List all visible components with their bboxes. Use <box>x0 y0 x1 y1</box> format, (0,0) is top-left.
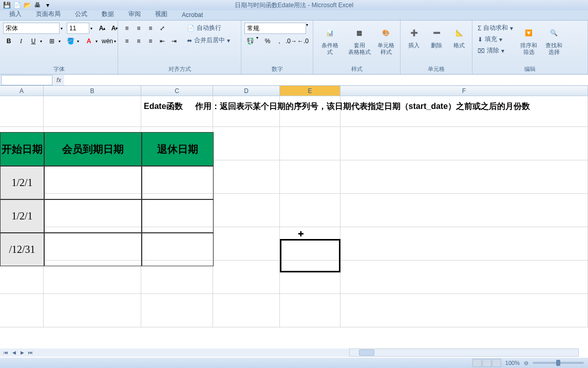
tab-acrobat[interactable]: Acrobat <box>177 10 208 20</box>
column-headers: A B C D E F <box>0 86 588 96</box>
comma-button[interactable]: , <box>274 35 285 47</box>
chevron-down-icon[interactable]: ▾ <box>61 26 66 31</box>
table-format-button[interactable]: ▦ 套用 表格格式 <box>346 23 373 58</box>
chevron-down-icon: ▾ <box>510 25 513 32</box>
zoom-level[interactable]: 100% <box>505 360 520 366</box>
worksheet-area[interactable]: A B C D E F <box>0 86 588 363</box>
col-header-d[interactable]: D <box>213 86 280 96</box>
increase-indent-icon[interactable]: ⇥ <box>168 35 180 47</box>
table-cell[interactable] <box>142 233 214 266</box>
cell-c1-text: Edate函数 作用：返回表示某个日期的序列号，该日期代表指定日期（start_… <box>144 101 530 112</box>
table-cell[interactable] <box>142 199 214 233</box>
group-label: 对齐方式 <box>118 65 241 73</box>
group-label: 编辑 <box>472 65 587 73</box>
col-header-b[interactable]: B <box>44 86 141 96</box>
table-cell[interactable] <box>44 199 142 233</box>
col-header-a[interactable]: A <box>0 86 44 96</box>
percent-button[interactable]: % <box>262 35 273 47</box>
prev-sheet-icon[interactable]: ◀ <box>10 349 17 356</box>
table-header-retire-date[interactable]: 退休日期 <box>142 132 214 166</box>
chevron-down-icon[interactable]: ▾ <box>40 39 45 44</box>
normal-view-button[interactable] <box>472 359 482 367</box>
font-size-select[interactable] <box>67 23 89 34</box>
name-box[interactable] <box>1 75 52 85</box>
decrease-decimal-icon[interactable]: ←.0 <box>297 35 309 47</box>
sort-filter-button[interactable]: 🔽 排序和 筛选 <box>517 23 540 58</box>
horizontal-scrollbar[interactable] <box>349 348 579 357</box>
fx-icon[interactable]: fx <box>53 77 64 84</box>
phonetic-button[interactable]: wén <box>102 35 113 47</box>
fill-button[interactable]: ⬇ 填充 ▾ <box>476 34 515 45</box>
scrollbar-thumb[interactable] <box>359 349 374 356</box>
col-header-f[interactable]: F <box>340 86 588 96</box>
increase-decimal-icon[interactable]: .0→ <box>286 35 297 47</box>
table-cell[interactable]: 1/2/1 <box>0 166 44 199</box>
qat-dropdown-icon[interactable]: ▾ <box>43 1 52 9</box>
chevron-down-icon[interactable]: ▾ <box>77 39 82 44</box>
number-format-select[interactable] <box>244 23 306 34</box>
align-top-icon[interactable]: ≡ <box>121 23 132 34</box>
table-header-member-expiry[interactable]: 会员到期日期 <box>44 132 142 166</box>
font-family-select[interactable] <box>3 23 60 34</box>
page-layout-view-button[interactable] <box>482 359 491 367</box>
italic-button[interactable]: I <box>15 35 27 47</box>
zoom-slider[interactable] <box>533 362 584 364</box>
underline-button[interactable]: U <box>28 35 39 47</box>
formula-input[interactable] <box>64 75 588 85</box>
grow-font-icon[interactable]: A▴ <box>97 23 108 34</box>
chevron-down-icon[interactable]: ▾ <box>306 23 311 34</box>
align-center-icon[interactable]: ≡ <box>133 35 144 47</box>
group-label: 样式 <box>313 65 400 73</box>
col-header-c[interactable]: C <box>141 86 213 96</box>
find-select-button[interactable]: 🔍 查找和 选择 <box>542 23 565 58</box>
cell-d1-text: 作用：返回表示某个日期的序列号，该日期代表指定日期（start_date）之前或… <box>195 102 530 111</box>
fill-color-button[interactable]: 🪣 <box>65 35 76 47</box>
conditional-format-button[interactable]: 📊 条件格式 <box>316 23 344 58</box>
table-cell[interactable] <box>142 166 214 199</box>
wrap-text-button[interactable]: 📄 自动换行 <box>185 23 232 33</box>
chevron-down-icon[interactable]: ▾ <box>256 35 261 47</box>
data-table: 开始日期 会员到期日期 退休日期 1/2/1 1/2/1 /12/31 <box>0 132 214 266</box>
table-cell[interactable] <box>44 166 142 199</box>
bold-button[interactable]: B <box>3 35 14 47</box>
decrease-indent-icon[interactable]: ⇤ <box>157 35 168 47</box>
chevron-down-icon[interactable]: ▾ <box>90 26 96 31</box>
border-button[interactable]: ⊞ <box>46 35 58 47</box>
table-cell[interactable] <box>44 233 142 266</box>
delete-cells-button[interactable]: ➖ 删除 <box>426 23 447 51</box>
autosum-button[interactable]: Σ 自动求和 ▾ <box>476 23 515 33</box>
ribbon-group-font: ▾ ▾ A▴ A▾ B I U ▾ ⊞ ▾ 🪣 ▾ A ▾ <box>0 21 118 74</box>
col-header-e[interactable]: E <box>280 86 340 96</box>
clear-button[interactable]: ⌧ 清除 ▾ <box>476 45 515 56</box>
zoom-out-button[interactable]: ⊖ <box>524 360 528 366</box>
table-cell[interactable]: 1/2/1 <box>0 199 44 233</box>
first-sheet-icon[interactable]: ⏮ <box>2 349 9 356</box>
table-header-start-date[interactable]: 开始日期 <box>0 132 44 166</box>
chevron-down-icon[interactable]: ▾ <box>96 39 101 44</box>
save-icon[interactable]: 💾 <box>2 1 11 9</box>
zoom-slider-thumb[interactable] <box>556 360 560 366</box>
table-cell[interactable]: /12/31 <box>0 233 44 266</box>
currency-button[interactable]: 💱 <box>244 35 256 47</box>
align-middle-icon[interactable]: ≡ <box>133 23 144 34</box>
format-cells-button[interactable]: 📐 格式 <box>449 23 469 51</box>
last-sheet-icon[interactable]: ⏭ <box>27 349 34 356</box>
align-left-icon[interactable]: ≡ <box>121 35 132 47</box>
cell-styles-button[interactable]: 🎨 单元格 样式 <box>375 23 397 58</box>
align-right-icon[interactable]: ≡ <box>145 35 156 47</box>
page-break-view-button[interactable] <box>492 359 501 367</box>
insert-cells-button[interactable]: ➕ 插入 <box>404 23 424 51</box>
align-bottom-icon[interactable]: ≡ <box>145 23 156 34</box>
window-title: 日期与时间函数Edate用法 - Microsoft Excel <box>235 1 353 10</box>
merge-center-button[interactable]: ⬌ 合并后居中 ▾ <box>185 35 232 46</box>
new-icon[interactable]: 📄 <box>12 1 22 9</box>
conditional-format-icon: 📊 <box>322 25 338 41</box>
eraser-icon: ⌧ <box>478 47 485 54</box>
ribbon-tabs: 插入 页面布局 公式 数据 审阅 视图 Acrobat <box>0 10 588 21</box>
orientation-icon[interactable]: ⤢ <box>157 23 168 34</box>
font-color-button[interactable]: A <box>83 35 94 47</box>
next-sheet-icon[interactable]: ▶ <box>18 349 26 356</box>
chevron-down-icon[interactable]: ▾ <box>59 39 64 44</box>
print-icon[interactable]: 🖶 <box>33 1 42 9</box>
open-icon[interactable]: 📂 <box>23 1 32 9</box>
